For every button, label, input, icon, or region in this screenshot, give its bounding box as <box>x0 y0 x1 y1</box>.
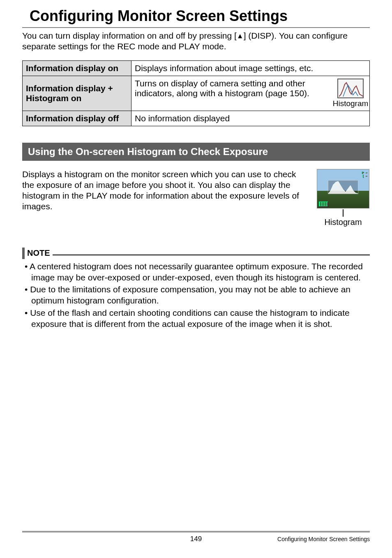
list-item: Due to the limitations of exposure compe… <box>22 284 370 306</box>
note-bar-icon <box>22 248 25 259</box>
footer-rule <box>22 531 370 533</box>
list-item: Use of the flash and certain shooting co… <box>22 307 370 330</box>
setting-desc: Displays information about image setting… <box>131 60 370 76</box>
note-list: A centered histogram does not necessaril… <box>22 261 370 330</box>
list-item: A centered histogram does not necessaril… <box>22 261 370 283</box>
table-row: Information display on Displays informat… <box>23 60 370 76</box>
section-subheader: Using the On-screen Histogram to Check E… <box>22 143 370 161</box>
table-row: Information display off No information d… <box>23 111 370 126</box>
setting-label: Information display + Histogram on <box>23 76 131 111</box>
note-block: NOTE A centered histogram does not neces… <box>22 248 370 330</box>
setting-desc-text: Turns on display of camera setting and o… <box>135 79 331 98</box>
histogram-caption: Histogram <box>324 218 362 227</box>
battery-icon <box>319 201 328 206</box>
intro-before: You can turn display information on and … <box>22 31 237 40</box>
histogram-table-caption: Histogram <box>333 99 369 108</box>
footer-section-title: Configuring Monitor Screen Settings <box>277 536 370 542</box>
settings-table: Information display on Displays informat… <box>22 60 370 126</box>
histogram-table-figure: Histogram <box>335 79 366 108</box>
pointer-line-icon <box>343 209 344 217</box>
up-arrow-icon: ▲ <box>237 32 244 40</box>
lcd-preview-icon: P ⌐⌊ ⌐ <box>317 169 369 208</box>
histogram-icon <box>337 79 364 98</box>
page-title: Configuring Monitor Screen Settings <box>22 7 370 25</box>
intro-paragraph: You can turn display information on and … <box>22 30 370 52</box>
page-number: 149 <box>190 535 202 543</box>
note-rule <box>53 255 370 255</box>
setting-desc: Turns on display of camera setting and o… <box>131 76 370 111</box>
lcd-overlay: P ⌐⌊ ⌐ <box>362 171 367 178</box>
setting-label: Information display off <box>23 111 131 126</box>
setting-label: Information display on <box>23 60 131 76</box>
table-row: Information display + Histogram on Turns… <box>23 76 370 111</box>
lcd-histogram-icon <box>328 180 358 194</box>
histogram-figure: P ⌐⌊ ⌐ Histogram <box>316 169 370 227</box>
histogram-paragraph: Displays a histogram on the monitor scre… <box>22 169 307 212</box>
setting-desc: No information displayed <box>131 111 370 126</box>
note-label: NOTE <box>27 248 50 258</box>
page-footer: 149 Configuring Monitor Screen Settings <box>22 531 370 543</box>
